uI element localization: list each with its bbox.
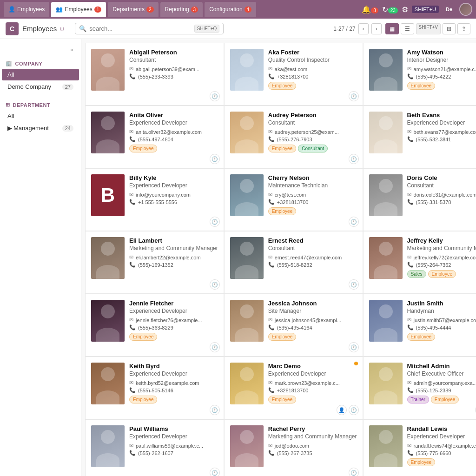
employee-name: Billy Kyle (129, 174, 218, 181)
employee-card[interactable]: Amy WatsonInterior Designer✉amy.watson21… (363, 43, 476, 106)
employee-tags: Employee (407, 82, 476, 90)
view-shortcut: SHIFT+V (416, 23, 441, 34)
employee-info: Randall LewisExperienced Developer✉randa… (407, 425, 476, 476)
tag-employee: Employee (268, 207, 296, 215)
search-bar[interactable]: 🔍 SHIFT+Q (75, 23, 224, 34)
phone-icon: 📞 (407, 199, 414, 205)
employee-card[interactable]: Aka FosterQuality Control Inspector✉aka@… (224, 43, 363, 106)
employee-card[interactable]: Jeffrey KellyMarketing and Community Man… (363, 231, 476, 294)
notif-count: 8 (371, 7, 378, 13)
employee-actions: 🕐 (210, 154, 220, 164)
phone-icon: 📞 (268, 199, 275, 205)
nav-tab-reporting[interactable]: Reporting 3 (160, 2, 203, 17)
employee-card[interactable]: Paul WilliamsExperienced Developer✉paul.… (85, 419, 224, 476)
employee-card[interactable]: Jennie FletcherExperienced Developer✉jen… (85, 294, 224, 357)
employee-actions: 🕐 (210, 91, 220, 101)
notification-icon[interactable]: 🔔8 (362, 5, 378, 14)
employee-card[interactable]: Marc DemoExperienced Developer✉mark.brow… (224, 357, 363, 419)
nav-tab-employees[interactable]: 👥 Employees 1 (51, 2, 106, 17)
employee-clock-button[interactable]: 🕐 (349, 405, 359, 415)
nav-tab-hr[interactable]: 👤 Employees (4, 2, 49, 17)
sidebar-item-management[interactable]: ▶ Management 24 (2, 122, 79, 134)
employee-actions: 🕐 (210, 217, 220, 227)
email-icon: ✉ (129, 129, 133, 135)
employee-card[interactable]: Jessica JohnsonSite Manager✉jessica.john… (224, 294, 363, 357)
user-avatar[interactable]: De (443, 3, 456, 16)
employee-card[interactable]: Keith ByrdExperienced Developer✉keith.by… (85, 357, 224, 419)
employee-clock-button[interactable]: 🕐 (349, 154, 359, 164)
employee-tags: Employee (268, 333, 357, 341)
table-view-button[interactable]: ⊞ (443, 23, 456, 34)
search-input[interactable] (89, 25, 191, 32)
sidebar-item-company-all[interactable]: All (2, 69, 79, 80)
refresh-icon[interactable]: ↻23 (382, 5, 398, 14)
employee-photo-placeholder: B (91, 174, 125, 216)
user-profile-avatar[interactable] (459, 3, 472, 16)
employee-card[interactable]: Justin SmithHandyman✉justin.smith57@exam… (363, 294, 476, 357)
employee-card[interactable]: BBilly KyleExperienced Developer✉info@yo… (85, 168, 224, 231)
sidebar: « 🏢 COMPANY All Demo Company 27 ⊞ DEPART… (0, 39, 81, 476)
list-view-button[interactable]: ☰ (401, 23, 414, 34)
department-section-title: ⊞ DEPARTMENT (0, 98, 81, 110)
phone-icon: 📞 (129, 450, 136, 456)
employee-email: ✉randall.lewis74@example.com (407, 443, 476, 449)
departments-badge: 2 (146, 7, 154, 13)
tag-employee: Employee (129, 333, 157, 341)
employee-clock-button[interactable]: 🕐 (210, 342, 220, 352)
employee-clock-button[interactable]: 🕐 (210, 154, 220, 164)
employee-card[interactable]: Ernest ReedConsultant✉ernest.reed47@exam… (224, 231, 363, 294)
employee-email: ✉paul.williams59@example.c... (129, 443, 218, 449)
employee-name: Doris Cole (407, 174, 476, 181)
employee-card[interactable]: Abigail PetersonConsultant✉abigail.peter… (85, 43, 224, 106)
employee-card[interactable]: Rachel PerryMarketing and Community Mana… (224, 419, 363, 476)
employee-clock-button[interactable]: 🕐 (210, 405, 220, 415)
phone-icon: 📞 (129, 324, 136, 331)
employee-job: Marketing and Community Manager (407, 245, 476, 251)
employee-extra-icon[interactable]: 👤 (337, 405, 347, 415)
employee-card[interactable]: Doris ColeConsultant✉doris.cole31@exampl… (363, 168, 476, 231)
employee-clock-button[interactable]: 🕐 (210, 279, 220, 290)
employee-card[interactable]: Eli LambertMarketing and Community Manag… (85, 231, 224, 294)
employee-info: Keith ByrdExperienced Developer✉keith.by… (129, 363, 218, 413)
employee-card[interactable]: Randall LewisExperienced Developer✉randa… (363, 419, 476, 476)
nav-tab-departments[interactable]: Departments 2 (108, 2, 158, 17)
sidebar-collapse-button[interactable]: « (66, 45, 77, 55)
email-icon: ✉ (268, 254, 272, 260)
employee-name: Mitchell Admin (407, 363, 476, 370)
employee-clock-button[interactable]: 🕐 (210, 91, 220, 101)
sidebar-item-department-all[interactable]: All (2, 110, 79, 122)
prev-page-button[interactable]: ‹ (358, 23, 369, 34)
employee-card[interactable]: Anita OliverExperienced Developer✉anita.… (85, 106, 224, 168)
employee-job: Quality Control Inspector (268, 57, 357, 63)
employee-phone: 📞(535)-495-4444 (407, 324, 476, 331)
sidebar-item-demo-company[interactable]: Demo Company 27 (2, 81, 79, 93)
employee-card[interactable]: Beth EvansExperienced Developer✉beth.eva… (363, 106, 476, 168)
sidebar-item-demo-company-label: Demo Company (7, 83, 51, 90)
email-icon: ✉ (268, 129, 272, 135)
employee-email: ✉keith.byrd52@example.com (129, 380, 218, 386)
next-page-button[interactable]: › (371, 23, 382, 34)
employee-card[interactable]: Mitchell AdminChief Executive Officer✉ad… (363, 357, 476, 419)
configuration-badge: 4 (245, 7, 252, 13)
employee-clock-button[interactable]: 🕐 (210, 217, 220, 227)
employee-clock-button[interactable]: 🕐 (349, 91, 359, 101)
nav-tab-configuration[interactable]: Configuration 4 (205, 2, 256, 17)
employee-clock-button[interactable]: 🕐 (349, 342, 359, 352)
kanban-view-button[interactable]: ▦ (385, 23, 399, 34)
employee-clock-button[interactable]: 🕐 (349, 279, 359, 290)
employee-clock-button[interactable]: 🕐 (210, 468, 220, 476)
email-icon: ✉ (268, 317, 272, 323)
share-button[interactable]: ⇪ (457, 23, 470, 34)
employee-job: Experienced Developer (407, 433, 476, 440)
settings-icon[interactable]: ⚙ (402, 5, 408, 14)
view-toggle: ▦ ☰ SHIFT+V ⊞ ⇪ (385, 23, 470, 34)
top-navigation: 👤 Employees 👥 Employees 1 Departments 2 … (0, 0, 476, 19)
employee-card[interactable]: Audrey PetersonConsultant✉audrey.peterso… (224, 106, 363, 168)
email-icon: ✉ (407, 317, 411, 323)
employee-clock-button[interactable]: 🕐 (349, 468, 359, 476)
employee-job: Experienced Developer (129, 433, 218, 440)
tag-employee: Employee (129, 396, 157, 403)
employee-card[interactable]: Cherry NelsonMaintenance Technician✉cry@… (224, 168, 363, 231)
search-icon: 🔍 (79, 25, 86, 32)
employee-clock-button[interactable]: 🕐 (349, 217, 359, 227)
